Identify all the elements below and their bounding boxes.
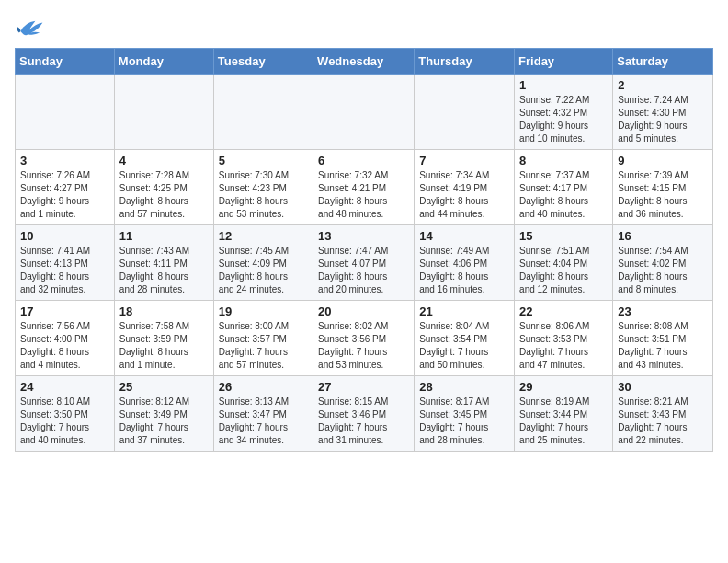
calendar-cell: 23Sunrise: 8:08 AM Sunset: 3:51 PM Dayli… [613,301,713,376]
calendar-cell: 20Sunrise: 8:02 AM Sunset: 3:56 PM Dayli… [313,301,415,376]
calendar-header-row: SundayMondayTuesdayWednesdayThursdayFrid… [16,49,713,75]
calendar-cell: 29Sunrise: 8:19 AM Sunset: 3:44 PM Dayli… [515,376,613,452]
calendar-cell: 8Sunrise: 7:37 AM Sunset: 4:17 PM Daylig… [515,150,613,225]
day-info: Sunrise: 7:56 AM Sunset: 4:00 PM Dayligh… [20,320,109,372]
day-number: 26 [219,380,308,394]
day-info: Sunrise: 8:06 AM Sunset: 3:53 PM Dayligh… [519,320,608,372]
calendar-cell [313,75,415,150]
calendar-cell: 18Sunrise: 7:58 AM Sunset: 3:59 PM Dayli… [114,301,213,376]
calendar-week-4: 17Sunrise: 7:56 AM Sunset: 4:00 PM Dayli… [16,301,713,376]
column-header-friday: Friday [515,49,613,75]
calendar-week-5: 24Sunrise: 8:10 AM Sunset: 3:50 PM Dayli… [16,376,713,452]
day-number: 21 [419,304,509,318]
day-info: Sunrise: 7:51 AM Sunset: 4:04 PM Dayligh… [519,245,608,296]
calendar-cell: 26Sunrise: 8:13 AM Sunset: 3:47 PM Dayli… [213,376,313,452]
day-info: Sunrise: 7:54 AM Sunset: 4:02 PM Dayligh… [618,245,708,296]
day-info: Sunrise: 7:49 AM Sunset: 4:06 PM Dayligh… [419,245,509,296]
day-info: Sunrise: 8:12 AM Sunset: 3:49 PM Dayligh… [119,396,209,447]
calendar-cell [114,75,213,150]
day-info: Sunrise: 8:02 AM Sunset: 3:56 PM Dayligh… [318,320,409,372]
calendar-cell: 4Sunrise: 7:28 AM Sunset: 4:25 PM Daylig… [114,150,213,225]
day-number: 6 [318,154,409,167]
day-number: 18 [119,304,209,318]
calendar-cell: 13Sunrise: 7:47 AM Sunset: 4:07 PM Dayli… [313,225,415,301]
calendar-cell: 27Sunrise: 8:15 AM Sunset: 3:46 PM Dayli… [313,376,415,452]
calendar-cell: 1Sunrise: 7:22 AM Sunset: 4:32 PM Daylig… [515,75,613,150]
day-number: 1 [519,78,608,92]
calendar-cell: 9Sunrise: 7:39 AM Sunset: 4:15 PM Daylig… [613,150,713,225]
day-number: 16 [618,229,708,243]
logo [15,15,48,40]
day-info: Sunrise: 8:21 AM Sunset: 3:43 PM Dayligh… [618,396,708,447]
column-header-saturday: Saturday [613,49,713,75]
logo-icon [15,15,44,40]
day-number: 14 [419,229,509,243]
calendar-cell [415,75,515,150]
calendar-cell: 22Sunrise: 8:06 AM Sunset: 3:53 PM Dayli… [515,301,613,376]
day-number: 29 [519,380,608,394]
day-number: 5 [219,154,308,167]
calendar-cell [16,75,115,150]
day-number: 24 [20,380,109,394]
calendar: SundayMondayTuesdayWednesdayThursdayFrid… [15,48,713,452]
day-info: Sunrise: 8:04 AM Sunset: 3:54 PM Dayligh… [419,320,509,372]
day-number: 13 [318,229,409,243]
calendar-week-1: 1Sunrise: 7:22 AM Sunset: 4:32 PM Daylig… [16,75,713,150]
day-info: Sunrise: 7:58 AM Sunset: 3:59 PM Dayligh… [119,320,209,372]
day-number: 8 [519,154,608,167]
day-info: Sunrise: 7:41 AM Sunset: 4:13 PM Dayligh… [20,245,109,296]
day-number: 23 [618,304,708,318]
day-info: Sunrise: 7:24 AM Sunset: 4:30 PM Dayligh… [618,94,708,145]
column-header-sunday: Sunday [16,49,115,75]
calendar-cell: 5Sunrise: 7:30 AM Sunset: 4:23 PM Daylig… [213,150,313,225]
calendar-cell: 17Sunrise: 7:56 AM Sunset: 4:00 PM Dayli… [16,301,115,376]
day-info: Sunrise: 7:22 AM Sunset: 4:32 PM Dayligh… [519,94,608,145]
calendar-cell: 15Sunrise: 7:51 AM Sunset: 4:04 PM Dayli… [515,225,613,301]
column-header-wednesday: Wednesday [313,49,415,75]
column-header-monday: Monday [114,49,213,75]
day-number: 17 [20,304,109,318]
calendar-cell: 30Sunrise: 8:21 AM Sunset: 3:43 PM Dayli… [613,376,713,452]
day-number: 22 [519,304,608,318]
day-number: 19 [219,304,308,318]
calendar-cell: 3Sunrise: 7:26 AM Sunset: 4:27 PM Daylig… [16,150,115,225]
day-number: 10 [20,229,109,243]
day-info: Sunrise: 7:43 AM Sunset: 4:11 PM Dayligh… [119,245,209,296]
day-info: Sunrise: 8:15 AM Sunset: 3:46 PM Dayligh… [318,396,409,447]
calendar-cell: 25Sunrise: 8:12 AM Sunset: 3:49 PM Dayli… [114,376,213,452]
day-info: Sunrise: 8:13 AM Sunset: 3:47 PM Dayligh… [219,396,308,447]
calendar-cell: 19Sunrise: 8:00 AM Sunset: 3:57 PM Dayli… [213,301,313,376]
header [15,15,713,40]
day-number: 12 [219,229,308,243]
day-number: 9 [618,154,708,167]
day-number: 3 [20,154,109,167]
calendar-cell: 11Sunrise: 7:43 AM Sunset: 4:11 PM Dayli… [114,225,213,301]
day-info: Sunrise: 8:10 AM Sunset: 3:50 PM Dayligh… [20,396,109,447]
calendar-cell: 7Sunrise: 7:34 AM Sunset: 4:19 PM Daylig… [415,150,515,225]
day-info: Sunrise: 7:30 AM Sunset: 4:23 PM Dayligh… [219,169,308,221]
calendar-cell: 24Sunrise: 8:10 AM Sunset: 3:50 PM Dayli… [16,376,115,452]
day-info: Sunrise: 8:08 AM Sunset: 3:51 PM Dayligh… [618,320,708,372]
day-number: 2 [618,78,708,92]
day-info: Sunrise: 7:37 AM Sunset: 4:17 PM Dayligh… [519,169,608,221]
calendar-cell: 12Sunrise: 7:45 AM Sunset: 4:09 PM Dayli… [213,225,313,301]
day-info: Sunrise: 7:28 AM Sunset: 4:25 PM Dayligh… [119,169,209,221]
calendar-cell: 10Sunrise: 7:41 AM Sunset: 4:13 PM Dayli… [16,225,115,301]
day-info: Sunrise: 7:47 AM Sunset: 4:07 PM Dayligh… [318,245,409,296]
day-info: Sunrise: 7:34 AM Sunset: 4:19 PM Dayligh… [419,169,509,221]
day-info: Sunrise: 8:17 AM Sunset: 3:45 PM Dayligh… [419,396,509,447]
day-info: Sunrise: 7:39 AM Sunset: 4:15 PM Dayligh… [618,169,708,221]
day-info: Sunrise: 8:00 AM Sunset: 3:57 PM Dayligh… [219,320,308,372]
day-number: 20 [318,304,409,318]
calendar-cell [213,75,313,150]
day-number: 15 [519,229,608,243]
calendar-cell: 28Sunrise: 8:17 AM Sunset: 3:45 PM Dayli… [415,376,515,452]
day-number: 28 [419,380,509,394]
day-info: Sunrise: 8:19 AM Sunset: 3:44 PM Dayligh… [519,396,608,447]
day-number: 7 [419,154,509,167]
column-header-thursday: Thursday [415,49,515,75]
day-info: Sunrise: 7:26 AM Sunset: 4:27 PM Dayligh… [20,169,109,221]
calendar-week-3: 10Sunrise: 7:41 AM Sunset: 4:13 PM Dayli… [16,225,713,301]
calendar-cell: 2Sunrise: 7:24 AM Sunset: 4:30 PM Daylig… [613,75,713,150]
calendar-cell: 21Sunrise: 8:04 AM Sunset: 3:54 PM Dayli… [415,301,515,376]
